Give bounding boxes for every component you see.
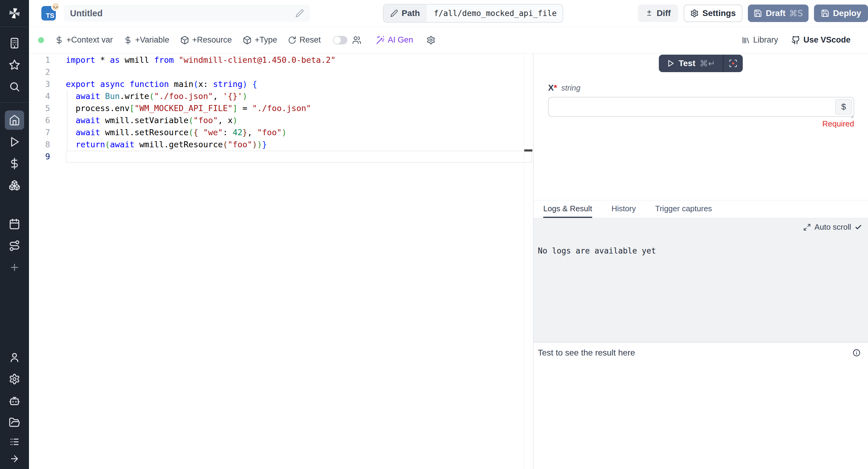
code-editor[interactable]: 1import * as wmill from "windmill-client…: [29, 54, 533, 469]
diff-icon: [645, 9, 653, 17]
resize-grip[interactable]: [849, 114, 854, 119]
sidebar-item-workspace[interactable]: [5, 33, 24, 53]
capture-test-button[interactable]: [723, 55, 743, 72]
test-button[interactable]: Test ⌘↵: [659, 55, 723, 72]
sidebar-item-home[interactable]: [5, 111, 24, 130]
path-chip[interactable]: Path f/all/demo_mocked_api_file: [383, 4, 563, 23]
arg-input-field[interactable]: $: [548, 97, 854, 117]
sidebar-item-resources[interactable]: [5, 176, 24, 195]
sidebar-item-folders[interactable]: [5, 413, 24, 432]
code-line[interactable]: 2: [29, 66, 533, 78]
sidebar-item-add[interactable]: [5, 258, 24, 277]
no-logs-message: No logs are available yet: [538, 246, 862, 255]
code-line-text: await Bun.write("./foo.json", '{}'): [66, 90, 247, 102]
ai-gen-button[interactable]: AI Gen: [376, 35, 413, 45]
code-line-text: await wmill.setResource({ "we": 42}, "fo…: [66, 126, 287, 138]
arg-name: X*: [548, 83, 557, 93]
reset-button[interactable]: Reset: [288, 35, 321, 45]
sidebar-collapse[interactable]: [5, 451, 24, 466]
required-asterisk: *: [554, 83, 557, 92]
edit-pencil-icon[interactable]: [296, 9, 304, 18]
line-number: 1: [29, 54, 66, 66]
tab-trigger-captures[interactable]: Trigger captures: [655, 200, 712, 218]
expand-icon[interactable]: [803, 223, 811, 231]
preview-panel: Test ⌘↵ X* string $: [534, 54, 868, 469]
folder-open-icon: [9, 417, 20, 428]
editor-toolbar: +Context var +Variable +Resource +Type R…: [29, 27, 868, 54]
windmill-logo[interactable]: [0, 0, 29, 27]
code-line[interactable]: 3export async function main(x: string) {: [29, 78, 533, 90]
line-number: 5: [29, 102, 66, 114]
code-line-text: import * as wmill from "windmill-client@…: [66, 54, 336, 66]
editor-settings-button[interactable]: [427, 36, 435, 45]
home-icon: [9, 114, 20, 126]
robot-icon: [9, 395, 20, 407]
draft-button[interactable]: Draft ⌘S: [748, 4, 809, 22]
sidebar-item-workers[interactable]: [5, 391, 24, 410]
code-line[interactable]: 9: [29, 151, 533, 163]
required-message: Required: [548, 119, 854, 129]
code-line[interactable]: 6 await wmill.setVariable("foo", x): [29, 114, 533, 126]
info-icon[interactable]: [852, 349, 861, 357]
gear-icon: [690, 9, 699, 18]
list-icon: [9, 436, 20, 447]
tab-history[interactable]: History: [612, 200, 636, 218]
multiplayer-toggle[interactable]: [333, 36, 347, 44]
add-resource-button[interactable]: +Resource: [180, 35, 232, 45]
tab-logs-result[interactable]: Logs & Result: [543, 200, 592, 218]
add-variable-button[interactable]: +Variable: [124, 35, 169, 45]
sidebar-item-runs[interactable]: [5, 132, 24, 152]
add-type-button[interactable]: +Type: [243, 35, 277, 45]
logs-pane: Auto scroll No logs are available yet: [534, 218, 868, 342]
sidebar-item-account[interactable]: [5, 348, 24, 367]
code-line[interactable]: 4 await Bun.write("./foo.json", '{}'): [29, 90, 533, 102]
collaborators-button[interactable]: [352, 36, 361, 45]
diff-button[interactable]: Diff: [638, 4, 678, 22]
sidebar-item-schedules[interactable]: [5, 214, 24, 233]
sidebar-item-favorites[interactable]: [5, 55, 24, 74]
add-context-var-button[interactable]: +Context var: [55, 35, 113, 45]
library-icon: [742, 36, 750, 44]
code-line[interactable]: 7 await wmill.setResource({ "we": 42}, "…: [29, 126, 533, 138]
ai-gen-label: AI Gen: [388, 35, 413, 45]
args-form: X* string $ Required: [534, 72, 868, 129]
sidebar-item-routes[interactable]: [5, 236, 24, 255]
dollar-icon: [9, 158, 20, 169]
sidebar-item-audit-logs[interactable]: [5, 435, 24, 449]
line-number: 7: [29, 126, 66, 138]
building-icon: [9, 37, 20, 49]
autoscroll-label[interactable]: Auto scroll: [814, 222, 851, 232]
insert-variable-button[interactable]: $: [835, 99, 852, 115]
check-icon[interactable]: [855, 224, 862, 231]
code-line[interactable]: 1import * as wmill from "windmill-client…: [29, 54, 533, 66]
code-line-text: return(await wmill.getResource("foo"))}: [66, 138, 267, 151]
line-number: 3: [29, 78, 66, 90]
result-placeholder: Test to see the result here: [538, 348, 635, 357]
library-button[interactable]: Library: [742, 35, 778, 45]
use-vscode-label: Use VScode: [803, 35, 850, 45]
pencil-icon: [390, 9, 398, 17]
user-icon: [9, 352, 20, 363]
settings-button[interactable]: Settings: [684, 4, 743, 22]
script-title: Untitled: [70, 8, 296, 19]
script-title-box[interactable]: Untitled: [64, 5, 310, 22]
users-icon: [352, 36, 361, 45]
sidebar-item-search[interactable]: [5, 77, 24, 96]
top-bar: TS Untitled Path f/all/demo_mocked_api_f…: [29, 0, 868, 27]
arg-label-row: X* string: [548, 83, 854, 93]
star-icon: [9, 59, 20, 71]
code-line[interactable]: 5 process.env["WM_MOCKED_API_FILE"] = ".…: [29, 102, 533, 114]
route-icon: [9, 240, 20, 251]
test-shortcut: ⌘↵: [700, 59, 715, 68]
deploy-button[interactable]: Deploy: [814, 4, 868, 22]
sidebar-item-settings[interactable]: [5, 369, 24, 389]
play-icon: [667, 59, 675, 67]
overview-ruler: [524, 54, 524, 469]
code-line[interactable]: 8 return(await wmill.getResource("foo"))…: [29, 138, 533, 151]
use-vscode-button[interactable]: Use VScode: [791, 35, 850, 45]
arrow-right-icon: [9, 454, 20, 464]
line-number: 4: [29, 90, 66, 102]
sidebar-item-variables[interactable]: [5, 154, 24, 173]
github-icon: [791, 36, 800, 45]
autoscroll-row: Auto scroll: [538, 222, 862, 232]
